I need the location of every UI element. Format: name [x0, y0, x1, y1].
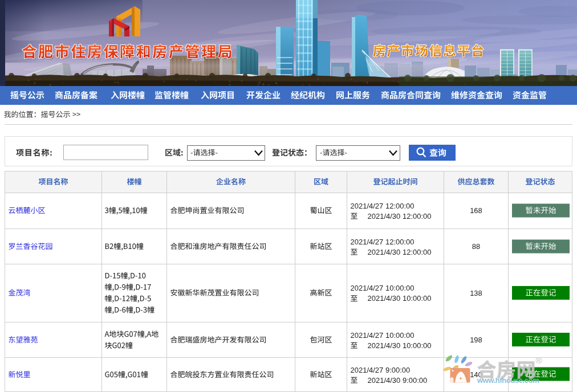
svg-text:®: ®: [536, 356, 542, 365]
svg-text:2021/4/30 10:00:00: 2021/4/30 10:00:00: [368, 294, 432, 303]
svg-text:2021/4/30 12:00:00: 2021/4/30 12:00:00: [368, 212, 432, 220]
svg-text:88: 88: [472, 242, 480, 251]
svg-text:2021/4/30 12:00:00: 2021/4/30 12:00:00: [368, 248, 432, 256]
svg-text:2021/4/27 10:00:00: 2021/4/27 10:00:00: [351, 331, 415, 340]
svg-text:2021/4/27 12:00:00: 2021/4/27 12:00:00: [351, 238, 415, 246]
svg-text:2021/4/30 9:00:00: 2021/4/30 9:00:00: [368, 376, 428, 385]
svg-text:138: 138: [470, 289, 482, 297]
svg-text:2021/4/30 10:00:00: 2021/4/30 10:00:00: [368, 341, 432, 350]
svg-text:2021/4/27 9:00:00: 2021/4/27 9:00:00: [351, 366, 411, 374]
svg-text:2021/4/27 10:00:00: 2021/4/27 10:00:00: [351, 284, 415, 292]
svg-text:www.hfhouse.com: www.hfhouse.com: [477, 376, 539, 385]
svg-text:2021/4/27 12:00:00: 2021/4/27 12:00:00: [351, 202, 415, 210]
svg-text:168: 168: [470, 206, 482, 215]
svg-text:198: 198: [470, 336, 482, 344]
